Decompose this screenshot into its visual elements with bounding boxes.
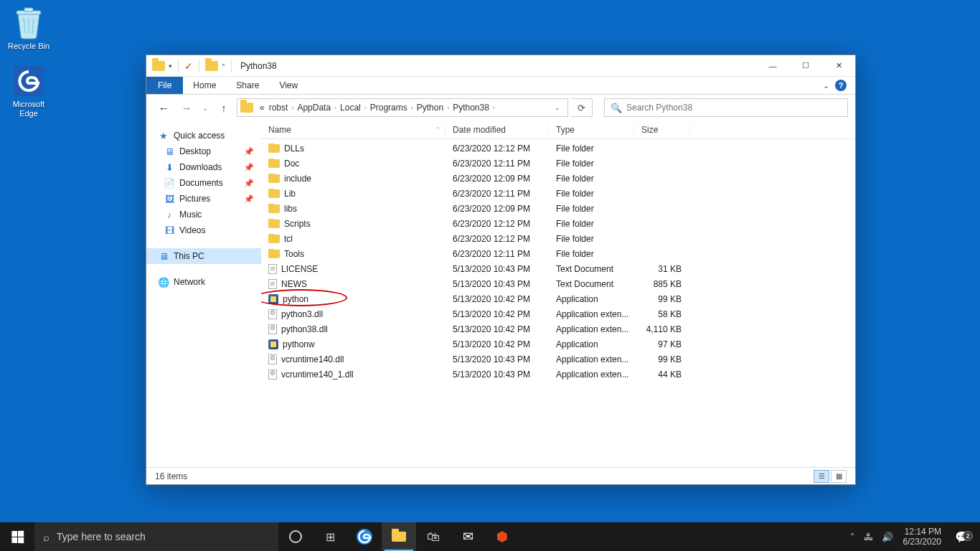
qa-properties-icon[interactable]: ✓: [184, 60, 193, 72]
start-button[interactable]: [0, 522, 34, 551]
titlebar[interactable]: ▾ ✓ ⁼ Python38 — ☐ ✕: [146, 55, 855, 77]
file-type: File folder: [549, 204, 634, 214]
ribbon-home[interactable]: Home: [183, 77, 226, 94]
nav-videos[interactable]: 🎞Videos: [146, 222, 261, 238]
file-row[interactable]: vcruntime140_1.dll5/13/2020 10:43 PMAppl…: [261, 367, 855, 382]
forward-button[interactable]: →: [176, 98, 197, 118]
file-date: 5/13/2020 10:42 PM: [446, 324, 549, 334]
recent-locations-button[interactable]: ⌄: [199, 98, 211, 118]
file-row[interactable]: python5/13/2020 10:42 PMApplication99 KB: [261, 291, 855, 306]
breadcrumb-programs[interactable]: Programs: [368, 103, 410, 113]
maximize-button[interactable]: ☐: [789, 55, 822, 77]
tray-network-icon[interactable]: 🖧: [859, 532, 877, 542]
file-type: File folder: [549, 143, 634, 154]
taskbar-store[interactable]: 🛍: [416, 522, 451, 551]
ribbon-view[interactable]: View: [269, 77, 308, 94]
back-button[interactable]: ←: [154, 98, 174, 118]
breadcrumb-python38[interactable]: Python38: [451, 103, 491, 113]
file-name: Scripts: [284, 219, 311, 229]
ribbon-expand-icon[interactable]: ⌄: [823, 81, 829, 90]
folder-icon: [268, 235, 280, 243]
cortana-button[interactable]: [278, 522, 313, 551]
file-row[interactable]: LICENSE5/13/2020 10:43 PMText Document31…: [261, 261, 855, 276]
file-row[interactable]: pythonw5/13/2020 10:42 PMApplication97 K…: [261, 336, 855, 352]
breadcrumb-prefix[interactable]: «: [258, 103, 267, 113]
microsoft-edge[interactable]: Microsoft Edge: [4, 64, 53, 118]
file-date: 6/23/2020 12:11 PM: [446, 159, 549, 169]
file-size: 99 KB: [634, 294, 690, 304]
file-row[interactable]: NEWS5/13/2020 10:43 PMText Document885 K…: [261, 276, 855, 291]
qa-menu-icon[interactable]: ⁼: [222, 62, 225, 70]
pin-icon: 📌: [244, 194, 254, 204]
file-date: 5/13/2020 10:43 PM: [446, 264, 549, 274]
nav-quick-access[interactable]: ★Quick access: [146, 128, 261, 143]
file-name: Doc: [284, 159, 299, 169]
nav-this-pc[interactable]: 🖥This PC: [146, 248, 261, 264]
tray-time: 12:14 PM: [903, 527, 941, 537]
file-row[interactable]: tcl6/23/2020 12:12 PMFile folder: [261, 231, 855, 246]
dll-icon: [268, 354, 277, 364]
col-type[interactable]: Type: [549, 125, 634, 135]
breadcrumb-robst[interactable]: robst: [267, 103, 291, 113]
file-row[interactable]: Lib6/23/2020 12:11 PMFile folder: [261, 186, 855, 201]
file-date: 6/23/2020 12:09 PM: [446, 174, 549, 184]
file-date: 6/23/2020 12:11 PM: [446, 189, 549, 199]
nav-pictures[interactable]: 🖼Pictures📌: [146, 191, 261, 207]
file-type: File folder: [549, 249, 634, 259]
close-button[interactable]: ✕: [822, 55, 855, 77]
view-details-button[interactable]: ☰: [814, 470, 829, 483]
taskbar-explorer[interactable]: [382, 522, 416, 551]
file-list[interactable]: DLLs6/23/2020 12:12 PMFile folderDoc6/23…: [261, 139, 855, 467]
view-icons-button[interactable]: ▦: [831, 470, 847, 483]
nav-desktop[interactable]: 🖥Desktop📌: [146, 143, 261, 159]
file-name: NEWS: [281, 279, 307, 289]
file-row[interactable]: vcruntime140.dll5/13/2020 10:43 PMApplic…: [261, 352, 855, 367]
file-name: LICENSE: [281, 264, 318, 274]
nav-network[interactable]: 🌐Network: [146, 274, 261, 290]
breadcrumb-python[interactable]: Python: [415, 103, 446, 113]
file-row[interactable]: Doc6/23/2020 12:11 PMFile folder: [261, 156, 855, 171]
address-bar[interactable]: « robst› AppData› Local› Programs› Pytho…: [237, 98, 568, 117]
file-row[interactable]: python38.dll5/13/2020 10:42 PMApplicatio…: [261, 321, 855, 336]
taskbar-edge[interactable]: [347, 522, 382, 551]
file-row[interactable]: Scripts6/23/2020 12:12 PMFile folder: [261, 216, 855, 231]
pc-icon: 🖥: [158, 250, 169, 262]
nav-downloads[interactable]: ⬇Downloads📌: [146, 159, 261, 175]
ribbon-file[interactable]: File: [146, 77, 183, 94]
file-row[interactable]: libs6/23/2020 12:09 PMFile folder: [261, 201, 855, 216]
recycle-bin[interactable]: Recycle Bin: [4, 6, 53, 51]
tray-volume-icon[interactable]: 🔊: [877, 532, 897, 542]
taskbar-search[interactable]: ⌕ Type here to search: [34, 522, 278, 551]
file-name: python: [283, 294, 308, 304]
breadcrumb-appdata[interactable]: AppData: [295, 103, 333, 113]
tray-clock[interactable]: 12:14 PM 6/23/2020: [897, 527, 947, 547]
task-view-button[interactable]: ⊞: [313, 522, 347, 551]
nav-music[interactable]: ♪Music: [146, 207, 261, 222]
file-row[interactable]: python3.dll5/13/2020 10:42 PMApplication…: [261, 306, 855, 321]
search-box[interactable]: 🔍: [604, 98, 848, 117]
taskbar-mail[interactable]: ✉: [451, 522, 485, 551]
notifications-button[interactable]: 💬 2: [947, 530, 977, 544]
up-button[interactable]: ↑: [214, 98, 234, 118]
nav-documents[interactable]: 📄Documents📌: [146, 175, 261, 191]
tray-expand-icon[interactable]: ˄: [846, 532, 859, 542]
file-row[interactable]: Tools6/23/2020 12:11 PMFile folder: [261, 246, 855, 261]
refresh-button[interactable]: ⟳: [571, 98, 593, 117]
ribbon-share[interactable]: Share: [226, 77, 269, 94]
qa-newfolder-icon[interactable]: [205, 61, 218, 71]
col-name[interactable]: Name⌃: [261, 125, 446, 135]
file-name: vcruntime140.dll: [281, 354, 344, 364]
minimize-button[interactable]: —: [756, 55, 789, 77]
breadcrumb-local[interactable]: Local: [338, 103, 363, 113]
file-date: 5/13/2020 10:42 PM: [446, 309, 549, 319]
qa-chevron-icon[interactable]: ▾: [169, 62, 172, 70]
col-date[interactable]: Date modified: [446, 125, 549, 135]
search-input[interactable]: [626, 103, 842, 113]
taskbar-office[interactable]: ⬢: [485, 522, 519, 551]
file-row[interactable]: DLLs6/23/2020 12:12 PMFile folder: [261, 141, 855, 156]
address-dropdown-icon[interactable]: ⌄: [550, 104, 565, 111]
file-row[interactable]: include6/23/2020 12:09 PMFile folder: [261, 171, 855, 186]
help-icon[interactable]: ?: [835, 80, 847, 91]
col-size[interactable]: Size: [634, 125, 690, 135]
dll-icon: [268, 369, 277, 380]
